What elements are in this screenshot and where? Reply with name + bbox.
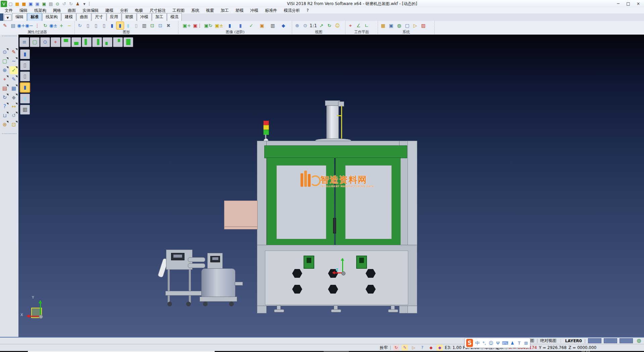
context-help-icon[interactable]: ? <box>419 345 425 351</box>
confirm-icon[interactable]: ✓ <box>10 66 18 74</box>
viewport-3d[interactable]: ≡▢⊙⌖▀▄▌▐▖▝█ ▮▯▯▮▮▥ <box>18 35 644 337</box>
menu-item[interactable]: 模流分析 <box>280 7 303 14</box>
delete-icon[interactable]: ⊔ <box>1 112 9 120</box>
ime-lang-icon[interactable]: 中 <box>475 340 480 346</box>
undo-icon[interactable]: ↺ <box>10 112 18 120</box>
zoom-1to1-icon[interactable]: 1:1 <box>310 22 317 29</box>
undo-icon[interactable]: ↺ <box>61 1 67 7</box>
toolbar-grip[interactable] <box>2 133 16 137</box>
file-recover-icon[interactable]: ⊡ <box>10 121 18 129</box>
visi-logo[interactable]: V <box>1 1 7 7</box>
translucent-cylinder-icon[interactable]: ▮ <box>124 22 132 29</box>
tab-flow[interactable]: 模流 <box>167 13 182 21</box>
pan-view-icon[interactable]: ⊙ <box>1 48 9 56</box>
tab-edit[interactable]: 编辑 <box>12 13 27 21</box>
open-file-icon[interactable]: ■ <box>14 1 20 7</box>
tab-modeling[interactable]: 建模 <box>61 13 76 21</box>
graphics-tools-icon[interactable]: ✖ <box>165 22 172 29</box>
menu-item[interactable]: 编辑 <box>16 7 31 14</box>
mesh-solid-icon[interactable]: ▥ <box>269 22 276 29</box>
workplane-entity-icon[interactable]: ∠ <box>355 22 362 29</box>
cube-snap-icon[interactable]: ◆ <box>428 345 434 351</box>
refresh-view-icon[interactable]: ↻ <box>326 22 333 29</box>
menu-item[interactable]: ? <box>303 8 312 13</box>
menu-item[interactable]: 尺寸标注 <box>146 7 169 14</box>
tab-dimension[interactable]: 尺寸 <box>92 13 106 21</box>
display-settings-icon[interactable]: ▣ <box>387 22 395 29</box>
view-iso-icon[interactable]: █ <box>123 37 133 47</box>
layout-windows-icon[interactable]: ▦ <box>10 84 18 92</box>
copy-attributes-icon[interactable]: ▤ <box>9 22 17 29</box>
translucent-mode-icon[interactable]: ▮ <box>20 94 30 103</box>
measure-arrow-icon[interactable]: ↗ <box>318 22 325 29</box>
tab-application[interactable]: 应用 <box>107 13 121 21</box>
menu-item[interactable]: 冲模 <box>247 7 262 14</box>
validate-solid-icon[interactable]: ✓ <box>248 22 255 29</box>
regenerate-icon[interactable]: ↻ <box>1 93 9 101</box>
color-palette-icon[interactable]: ▦ <box>379 22 387 29</box>
copy-graphics-icon[interactable]: ⊡ <box>157 22 164 29</box>
view-right-icon[interactable]: ▐ <box>92 37 102 47</box>
view-left-icon[interactable]: ▌ <box>82 37 92 47</box>
shaded-cube-icon[interactable]: ◆ <box>280 22 287 29</box>
menu-item[interactable]: 视窗 <box>203 7 217 14</box>
view-back-icon[interactable]: ▝ <box>113 37 123 47</box>
tab-standard[interactable]: 标准 <box>27 13 42 21</box>
hide-entities-icon[interactable]: ◉− <box>25 22 33 29</box>
add-display-icon[interactable]: ▣+ <box>183 22 191 29</box>
zoom-window-icon[interactable]: ▢ <box>1 57 9 65</box>
regenerate-icon[interactable]: ↻ <box>42 22 49 29</box>
dynamic-rotate-icon[interactable]: ⌖ <box>1 75 9 83</box>
tab-mould[interactable]: 塑膜 <box>122 13 137 21</box>
zoom-fit-icon[interactable]: ▢ <box>30 37 40 47</box>
attributes-palette-icon[interactable]: ▤ <box>1 84 9 92</box>
tab-dropdown-button[interactable]: ▼ <box>4 14 11 21</box>
ime-emoji-icon[interactable]: ☺ <box>488 340 493 346</box>
tab-machining[interactable]: 加工 <box>152 13 167 21</box>
workplane-cube-icon[interactable]: ◆ <box>437 345 443 351</box>
macro-icon[interactable]: ♟ <box>74 1 81 7</box>
toggle-display-icon[interactable]: ▣± <box>215 22 223 29</box>
menu-item[interactable]: 网格 <box>50 7 64 14</box>
wireframe-hidden-icon[interactable]: ▯ <box>20 60 30 70</box>
layer-color-box[interactable] <box>620 338 633 343</box>
shaded-edges-icon[interactable]: ▮ <box>237 22 244 29</box>
add-selection-icon[interactable]: + <box>58 22 65 29</box>
save-all-icon[interactable]: ▣ <box>41 1 47 7</box>
edit-curve-icon[interactable]: ~ <box>10 57 18 65</box>
toolbar-grip[interactable] <box>2 36 16 39</box>
zoom-dynamic-icon[interactable]: ⊙ <box>302 22 309 29</box>
menu-item[interactable]: 线架构 <box>31 7 50 14</box>
toolbar-options-icon[interactable]: ▾ <box>81 1 88 7</box>
workplane-view-icon[interactable]: ∟ <box>363 22 370 29</box>
ime-toolbox-icon[interactable]: ⊞ <box>524 340 529 346</box>
viewport-menu-icon[interactable]: ≡ <box>19 37 29 47</box>
zoom-in-out-icon[interactable]: ⊕ <box>293 22 301 29</box>
wireframe-cylinder-icon[interactable]: ▯ <box>84 22 92 29</box>
print-icon[interactable]: ▤ <box>48 1 54 7</box>
selection-filter-icon[interactable]: ⋮ <box>34 22 41 29</box>
sketch-icon[interactable]: ✎ <box>10 75 18 83</box>
world-icon[interactable]: ◍ <box>635 337 643 345</box>
print-preview-icon[interactable]: ⊙ <box>54 1 61 7</box>
shade-view-icon[interactable]: ☺ <box>334 22 341 29</box>
measure-distance-icon[interactable]: ↔ <box>10 102 18 111</box>
show-entities-icon[interactable]: ◉+ <box>17 22 25 29</box>
menu-item[interactable]: 标准件 <box>262 7 280 14</box>
ime-mic-icon[interactable]: Ψ <box>495 340 500 346</box>
view-top-icon[interactable]: ▀ <box>61 37 71 47</box>
window-settings-icon[interactable]: ▢ <box>404 22 411 29</box>
save-as-icon[interactable]: ▣ <box>34 1 41 7</box>
lock-toggle[interactable]: 拴牢 <box>380 345 388 351</box>
shading-cube-icon[interactable]: ◆ <box>10 93 18 101</box>
refresh-graphics-icon[interactable]: ↻ <box>76 22 84 29</box>
dashed-cylinder-icon[interactable]: ▯ <box>100 22 108 29</box>
menu-item[interactable]: 系统 <box>188 7 203 14</box>
tab-wireframe[interactable]: 线架构 <box>42 13 61 21</box>
view-front-icon[interactable]: ▖ <box>103 37 112 47</box>
shaded-active-icon[interactable]: ▮ <box>20 83 30 92</box>
menu-item[interactable]: 电极 <box>131 7 146 14</box>
erase-entity-icon[interactable]: ✎ <box>10 48 18 56</box>
redo-icon[interactable]: ↻ <box>68 1 74 7</box>
ghost-cylinder-icon[interactable]: ▯ <box>132 22 140 29</box>
